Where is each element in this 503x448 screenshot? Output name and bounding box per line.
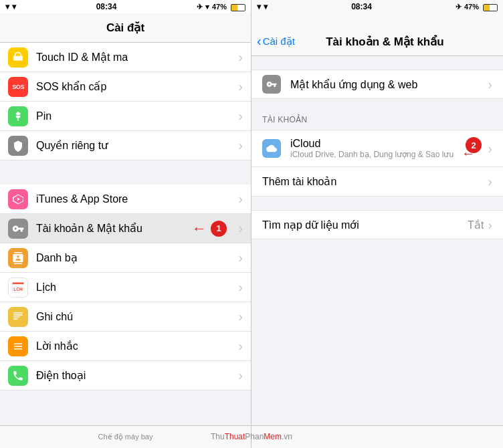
left-battery: ✈ ▾ 47% xyxy=(197,3,245,11)
accounts-section: TÀI KHOẢN iCloud iCloud Drive, Danh bạ, … xyxy=(252,112,503,197)
itunes-label: iTunes & App Store xyxy=(36,193,238,205)
accounts-section-header: TÀI KHOẢN xyxy=(252,112,503,130)
right-panel: ▾ ▾ 08:34 ✈ 47% ‹ Cài đặt Tài khoản & Mậ… xyxy=(252,0,503,448)
privacy-chevron xyxy=(238,138,243,153)
fetch-section: Tìm nạp dữ liệu mới Tắt xyxy=(252,210,503,239)
left-time: 08:34 xyxy=(96,2,117,11)
itunes-icon xyxy=(8,189,28,209)
right-battery-bar xyxy=(483,4,498,11)
settings-item-accounts[interactable]: Tài khoản & Mật khẩu ← 1 xyxy=(0,214,251,243)
touch-id-chevron xyxy=(238,49,243,65)
left-panel: ▾ ▾ 08:34 ✈ ▾ 47% Cài đặt Touch ID & Mật… xyxy=(0,0,252,448)
right-battery: ✈ 47% xyxy=(456,3,498,11)
section-divider-1 xyxy=(0,160,251,185)
contacts-label: Danh bạ xyxy=(36,251,238,264)
passwords-icon xyxy=(262,75,281,94)
reminders-icon xyxy=(8,336,28,356)
battery-icon: ▾ xyxy=(205,3,209,11)
settings-item-itunes[interactable]: iTunes & App Store xyxy=(0,185,251,214)
icloud-item[interactable]: iCloud iCloud Drive, Danh bạ, Dung lượng… xyxy=(252,130,503,167)
itunes-chevron xyxy=(238,191,243,207)
sos-chevron xyxy=(238,79,243,94)
settings-item-sos[interactable]: SOS SOS khẩn cấp xyxy=(0,72,251,102)
right-battery-pct: 47% xyxy=(464,3,479,11)
back-label: Cài đặt xyxy=(263,35,295,47)
notes-label: Ghi chú xyxy=(36,311,238,323)
battery-bar xyxy=(231,4,245,11)
pin-chevron xyxy=(238,108,243,124)
left-settings-list: Touch ID & Mật ma SOS SOS khẩn cấp Pin Q… xyxy=(0,43,251,425)
right-content: Mật khẩu ứng dụng & web TÀI KHOẢN iCloud… xyxy=(252,56,503,425)
fetch-value: Tắt xyxy=(468,219,484,231)
icloud-sub: iCloud Drive, Danh bạ, Dung lượng & Sao … xyxy=(290,150,488,159)
contacts-chevron xyxy=(238,250,243,265)
svg-text:LCH: LCH xyxy=(13,287,23,292)
annotation-2-arrow: ← xyxy=(462,146,475,161)
privacy-icon xyxy=(8,136,28,156)
pin-icon xyxy=(8,106,28,126)
sos-label: SOS khẩn cấp xyxy=(36,80,238,93)
back-chevron-icon: ‹ xyxy=(257,33,262,49)
right-bottom-bar xyxy=(252,425,503,448)
touch-id-label: Touch ID & Mật ma xyxy=(36,51,238,64)
fetch-chevron xyxy=(488,217,492,233)
svg-rect-0 xyxy=(13,282,24,284)
settings-item-phone[interactable]: Điện thoại xyxy=(0,361,251,390)
battery-pct: 47% xyxy=(212,3,227,11)
left-nav-bar: Cài đặt xyxy=(0,13,251,43)
calendar-label: Lịch xyxy=(36,281,238,294)
back-button[interactable]: ‹ Cài đặt xyxy=(257,33,295,49)
settings-item-calendar[interactable]: LCH Lịch xyxy=(0,273,251,302)
fetch-item[interactable]: Tìm nạp dữ liệu mới Tắt xyxy=(252,210,503,239)
left-status-icons: ▾ ▾ xyxy=(5,2,16,11)
passwords-web-item[interactable]: Mật khẩu ứng dụng & web xyxy=(252,70,503,99)
annotation-1-badge: 1 xyxy=(211,221,227,237)
settings-item-notes[interactable]: Ghi chú xyxy=(0,302,251,332)
pin-label: Pin xyxy=(36,110,238,122)
passwords-label: Mật khẩu ứng dụng & web xyxy=(290,78,488,91)
right-time: 08:34 xyxy=(351,2,372,11)
accounts-icon xyxy=(8,219,28,239)
privacy-label: Quyền riêng tư xyxy=(36,139,238,152)
add-account-label: Thêm tài khoản xyxy=(262,175,488,188)
right-wifi-icon: ▾ xyxy=(264,2,268,11)
reminders-label: Lời nhắc xyxy=(36,340,238,352)
right-location-icon: ✈ xyxy=(456,3,462,11)
icloud-chevron xyxy=(488,141,492,156)
location-icon: ✈ xyxy=(197,3,203,11)
fetch-label: Tìm nạp dữ liệu mới xyxy=(262,219,468,231)
right-status-icons: ▾ ▾ xyxy=(257,2,268,11)
icloud-text-block: iCloud iCloud Drive, Danh bạ, Dung lượng… xyxy=(290,138,488,159)
notes-chevron xyxy=(238,309,243,324)
settings-item-privacy[interactable]: Quyền riêng tư xyxy=(0,131,251,160)
left-nav-title: Cài đặt xyxy=(106,21,144,35)
left-bottom-text: Chế độ máy bay xyxy=(98,433,153,441)
icloud-icon xyxy=(262,139,281,158)
right-status-bar: ▾ ▾ 08:34 ✈ 47% xyxy=(252,0,503,13)
phone-icon xyxy=(8,366,28,386)
passwords-chevron xyxy=(488,77,492,92)
left-bottom-bar: Chế độ máy bay xyxy=(0,425,251,448)
annotation-1-arrow: ← xyxy=(192,221,207,236)
right-nav-title: Tài khoản & Mật khẩu xyxy=(295,35,475,49)
touch-id-icon xyxy=(8,47,28,68)
signal-icon: ▾ xyxy=(12,2,16,11)
reminders-chevron xyxy=(238,338,243,354)
contacts-icon xyxy=(8,248,28,268)
settings-item-pin[interactable]: Pin xyxy=(0,102,251,131)
phone-chevron xyxy=(238,368,243,383)
calendar-chevron xyxy=(238,279,243,295)
right-signal-icon: ▾ xyxy=(257,2,261,11)
settings-item-touch-id[interactable]: Touch ID & Mật ma xyxy=(0,43,251,72)
phone-label: Điện thoại xyxy=(36,369,238,382)
settings-item-reminders[interactable]: Lời nhắc xyxy=(0,332,251,361)
right-nav-bar: ‹ Cài đặt Tài khoản & Mật khẩu xyxy=(252,13,503,56)
accounts-chevron xyxy=(238,221,243,236)
settings-item-contacts[interactable]: Danh bạ xyxy=(0,243,251,273)
add-account-chevron xyxy=(488,174,492,189)
annotation-1-container: ← 1 xyxy=(192,221,227,237)
add-account-item[interactable]: Thêm tài khoản xyxy=(252,167,503,197)
notes-icon xyxy=(8,307,28,327)
calendar-icon: LCH xyxy=(8,277,28,298)
wifi-icon: ▾ xyxy=(5,2,9,11)
